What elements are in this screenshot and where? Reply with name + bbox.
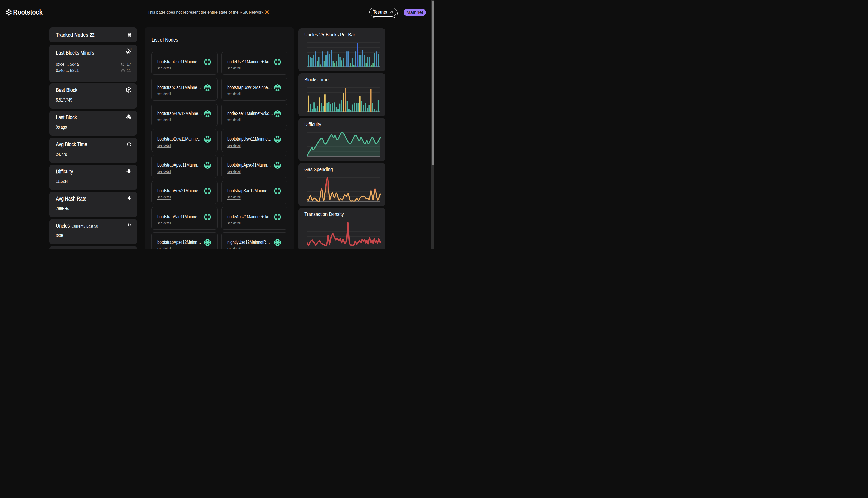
list-of-nodes-title: List of Nodes [152,37,178,43]
node-name: bootstrapApse12Mainn… [158,239,201,245]
network-notice: This page does not represent the entire … [148,9,273,15]
see-detail-link[interactable]: see detail [158,92,171,96]
stopwatch-icon [127,142,131,147]
see-detail-link[interactable]: see detail [158,221,171,225]
see-detail-link[interactable]: see detail [227,169,241,173]
see-detail-link[interactable]: see detail [158,195,171,199]
stat-card-value: 8,517,749 [56,97,72,103]
node-name: bootstrapEuw11Mainne… [158,136,202,142]
stat-card-title: Best Block [56,87,77,93]
node-name: nodeAps21MainnetRskc… [227,214,273,220]
see-detail-link[interactable]: see detail [227,195,241,199]
node-name: bootstrapApse41Mainn… [227,162,271,168]
miner-block-count: 17 [126,62,131,67]
globe-icon [274,84,281,91]
node-card: bootstrapSae11Mainne…see detail [151,207,217,230]
node-card: nightlyUse12MainnetR…see detail [221,233,287,249]
stat-card-value: 786EHs [56,206,69,211]
stat-card-title: Avg Block Time [56,142,87,148]
stat-card-value: 9s ago [56,124,67,130]
node-card: bootstrapUse11Mainne…see detail [151,52,217,75]
mainnet-badge[interactable]: Mainnet [404,9,426,16]
node-name: bootstrapEuw21Mainne… [158,188,202,194]
chart-card-uncles-per-bar: Uncles 25 Blocks Per Bar [298,28,385,71]
mainnet-badge-label: Mainnet [406,10,424,15]
see-detail-link[interactable]: see detail [227,118,241,122]
see-detail-link[interactable]: see detail [158,247,171,249]
stat-card-uncles: Uncles Current / Last 50 3/36 [50,219,137,244]
node-card: bootstrapApse11Mainn…see detail [151,155,217,178]
transaction-density-chart [307,222,381,246]
globe-icon [204,110,211,117]
see-detail-link[interactable]: see detail [227,221,241,225]
globe-icon [204,213,211,221]
stat-card-value: 11.5ZH [56,179,68,184]
globe-icon [274,58,281,66]
stat-card-last-block: Last Block 9s ago [50,110,137,136]
stat-card-avg-block-time: Avg Block Time 24.77s [50,138,137,163]
see-detail-link[interactable]: see detail [158,66,171,70]
chart-card-gas-spending: Gas Spending [298,163,385,206]
see-detail-link[interactable]: see detail [158,118,171,122]
stat-card-value: 3/36 [56,233,63,238]
uncles-per-bar-chart [307,42,381,67]
node-card: nodeSae11MainnetRskc…see detail [221,104,287,127]
cube-small-icon [121,63,124,66]
see-detail-link[interactable]: see detail [158,169,171,173]
globe-icon [274,161,281,169]
last-blocks-miners-title: Last Blocks Miners [56,50,94,56]
node-name: bootstrapUsw11Mainne… [227,136,271,142]
see-detail-link[interactable]: see detail [227,66,241,70]
globe-icon [204,84,211,91]
node-card: bootstrapSae12Mainne…see detail [221,181,287,204]
node-name: bootstrapEuw12Mainne… [158,110,202,116]
scrollbar-thumb[interactable] [432,0,434,165]
testnet-button[interactable]: Testnet [370,8,396,16]
partial-card [50,246,137,249]
chart-card-difficulty: Difficulty [298,118,385,161]
stat-card-title: Difficulty [56,169,73,175]
node-name: bootstrapUsw12Mainne… [227,85,272,90]
see-detail-link[interactable]: see detail [158,143,171,147]
miner-address: 0x4e ... 52c1 [56,68,79,73]
see-detail-link[interactable]: see detail [227,247,241,249]
globe-icon [204,136,211,143]
node-card: bootstrapApse12Mainn…see detail [151,233,217,249]
chart-title: Gas Spending [304,166,333,172]
globe-icon [274,239,281,246]
tracked-nodes-card: Tracked Nodes 22 [50,27,137,42]
stat-card-title: Avg Hash Rate [56,196,86,202]
last-blocks-miners-card: Last Blocks Miners 0xce ... 5d4a 17 [50,45,137,82]
miner-rows: 0xce ... 5d4a 17 0x4e ... 52c1 11 [56,61,132,74]
node-card: bootstrapUsw12Mainne…see detail [221,78,287,101]
scrollbar-track[interactable] [431,0,434,249]
see-detail-link[interactable]: see detail [227,92,241,96]
globe-icon [204,161,211,169]
server-rack-icon [128,32,132,37]
testnet-button-label: Testnet [373,10,387,15]
list-of-nodes-panel: List of Nodes bootstrapUse11Mainne…see d… [145,27,294,249]
chart-title: Difficulty [304,121,321,127]
globe-icon [204,187,211,195]
node-name: bootstrapSae11Mainne… [158,214,201,220]
chart-card-transaction-density: Transaction Density [298,208,385,249]
node-name: bootstrapApse11Mainn… [158,162,201,168]
globe-icon [274,213,281,221]
node-card: bootstrapEuw12Mainne…see detail [151,104,217,127]
globe-icon [274,110,281,117]
miner-block-count: 11 [127,68,131,73]
see-detail-link[interactable]: see detail [227,143,241,147]
globe-icon [274,187,281,195]
cubes-filled-icon [126,114,131,119]
rootstock-logo[interactable]: Rootstock [6,8,48,16]
globe-icon [274,136,281,143]
cube-small-icon [121,69,124,73]
node-card: nodeAps21MainnetRskc…see detail [221,207,287,230]
dismiss-notice-icon[interactable] [265,10,269,14]
stat-card-value: 24.77s [56,152,67,157]
node-card: nodeUse11MainnetRskc…see detail [221,52,287,75]
node-name: nightlyUse12MainnetR… [227,239,270,245]
node-name: nodeSae11MainnetRskc… [227,110,273,116]
network-notice-text: This page does not represent the entire … [148,9,264,15]
difficulty-chart [307,132,381,157]
